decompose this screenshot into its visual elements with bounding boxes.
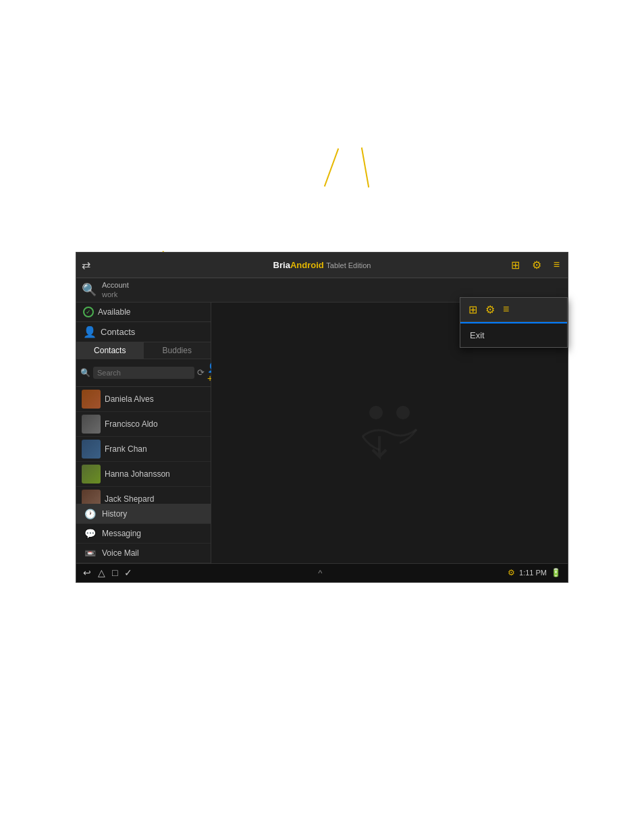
search-row: 🔍 ⟳ 👤+ <box>76 359 211 387</box>
annotation-line-2 <box>361 147 369 187</box>
contact-item[interactable]: Frank Chan <box>76 437 211 462</box>
battery-icon: 🔋 <box>551 568 561 577</box>
contact-item[interactable]: Daniela Alves <box>76 387 211 412</box>
app-logo <box>349 399 430 467</box>
avatar <box>82 490 101 504</box>
search-small-icon: 🔍 <box>80 368 90 377</box>
top-bar: ⇄ BriaAndroid Tablet Edition ⊞ ⚙ ≡ <box>76 253 568 278</box>
contacts-header: 👤 Contacts <box>76 322 211 342</box>
sip-icon: ⇄ <box>82 259 90 271</box>
status-indicator <box>83 307 94 317</box>
contact-list: Daniela Alves Francisco Aldo Frank Chan … <box>76 387 211 504</box>
status-row: Available <box>76 303 211 322</box>
svg-point-1 <box>396 406 410 419</box>
history-icon: 🕐 <box>83 509 97 519</box>
time-display: 1:11 PM <box>519 569 547 577</box>
sidebar: Available 👤 Contacts Contacts Buddies <box>76 303 211 563</box>
status-text: Available <box>98 307 130 317</box>
dropdown-gear-icon[interactable]: ⚙ <box>485 303 495 316</box>
status-bar: ↩ △ □ ✓ ^ ⚙ 1:11 PM 🔋 <box>76 563 568 582</box>
voicemail-icon: 📼 <box>83 548 97 558</box>
dropdown-grid-icon[interactable]: ⊞ <box>468 303 477 316</box>
search-input[interactable] <box>93 367 194 379</box>
exit-label: Exit <box>470 330 485 340</box>
avatar <box>82 415 101 434</box>
android-label: Android <box>290 260 324 270</box>
person-icon: 👤 <box>83 325 97 338</box>
settings-button[interactable]: ⚙ <box>529 257 544 273</box>
dropdown-menu: ⊞ ⚙ ≡ Exit <box>460 297 568 348</box>
gear-icon: ⚙ <box>532 259 541 271</box>
messaging-label: Messaging <box>102 529 141 538</box>
grid-view-button[interactable]: ⊞ <box>508 257 522 273</box>
dropdown-header: ⊞ ⚙ ≡ <box>460 298 567 322</box>
top-bar-icons: ⊞ ⚙ ≡ <box>508 257 562 273</box>
annotation-line-1 <box>324 148 339 186</box>
app-title: BriaAndroid Tablet Edition <box>273 260 371 270</box>
contact-name: Jack Shepard <box>105 494 154 504</box>
logo-watermark <box>349 399 430 467</box>
contact-item[interactable]: Francisco Aldo <box>76 412 211 437</box>
search-icon: 🔍 <box>82 282 97 297</box>
app-window: ⇄ BriaAndroid Tablet Edition ⊞ ⚙ ≡ 🔍 <box>76 252 568 583</box>
tabs-row: Contacts Buddies <box>76 342 211 359</box>
account-label: Account <box>102 280 129 290</box>
edition-label: Tablet Edition <box>326 261 371 269</box>
clear-search-icon[interactable]: ⟳ <box>197 367 205 377</box>
contact-name: Hanna Johansson <box>105 469 170 479</box>
nav-voicemail[interactable]: 📼 Voice Mail <box>76 544 211 563</box>
contact-name: Daniela Alves <box>105 394 154 404</box>
history-label: History <box>102 509 127 519</box>
contact-item[interactable]: Hanna Johansson <box>76 462 211 487</box>
status-bar-right: ⚙ 1:11 PM 🔋 <box>508 568 561 577</box>
exit-menu-item[interactable]: Exit <box>460 323 567 347</box>
tab-contacts[interactable]: Contacts <box>76 342 144 359</box>
voicemail-label: Voice Mail <box>102 548 139 558</box>
account-info: Account work <box>102 280 129 300</box>
recents-button[interactable]: □ <box>112 567 117 578</box>
bottom-nav: 🕐 History 💬 Messaging 📼 Voice Mail <box>76 504 211 563</box>
top-bar-left: ⇄ <box>82 259 90 271</box>
grid-icon: ⊞ <box>511 259 520 271</box>
avatar <box>82 390 101 409</box>
contact-item[interactable]: Jack Shepard <box>76 487 211 504</box>
home-button[interactable]: △ <box>98 567 105 578</box>
messaging-icon: 💬 <box>83 528 97 539</box>
menu-button[interactable]: ≡ <box>551 257 562 272</box>
hamburger-icon: ≡ <box>554 259 560 270</box>
account-bar: 🔍 Account work ⊞ ⚙ ≡ Exit <box>76 278 568 303</box>
back-button[interactable]: ↩ <box>83 567 91 578</box>
avatar <box>82 440 101 459</box>
caret-up[interactable]: ^ <box>318 568 322 578</box>
dropdown-menu-icon[interactable]: ≡ <box>503 303 509 315</box>
nav-messaging[interactable]: 💬 Messaging <box>76 524 211 544</box>
contacts-title: Contacts <box>101 327 135 337</box>
page-wrapper: ⇄ BriaAndroid Tablet Edition ⊞ ⚙ ≡ 🔍 <box>0 0 644 834</box>
nav-history[interactable]: 🕐 History <box>76 504 211 524</box>
tab-buddies[interactable]: Buddies <box>144 342 211 359</box>
contact-name: Francisco Aldo <box>105 419 158 429</box>
avatar <box>82 465 101 484</box>
svg-point-0 <box>369 406 383 419</box>
check-button[interactable]: ✓ <box>124 567 132 578</box>
account-value: work <box>102 290 129 299</box>
signal-icon: ⚙ <box>508 568 515 577</box>
contact-name: Frank Chan <box>105 444 147 454</box>
brand-name: Bria <box>273 260 290 270</box>
nav-controls: ↩ △ □ ✓ <box>83 567 132 578</box>
